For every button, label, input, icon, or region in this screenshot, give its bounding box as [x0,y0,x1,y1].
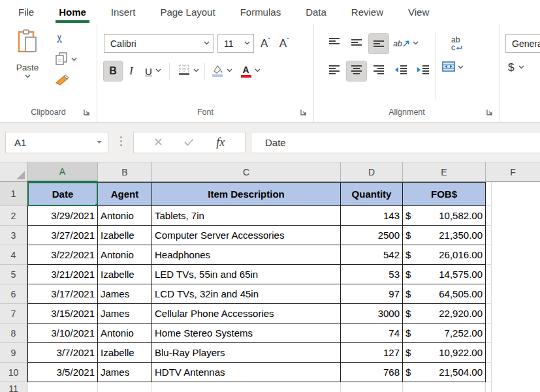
cell-empty[interactable] [486,363,492,382]
cell-empty[interactable] [486,343,492,363]
name-box[interactable]: A1 [5,132,108,153]
row-header-11[interactable]: 11 [0,382,27,392]
formula-bar-input[interactable]: Date [251,132,540,153]
font-size-combo[interactable]: 11 [217,34,254,53]
cell-date[interactable]: 3/10/2021 [27,324,98,343]
underline-button[interactable]: U [140,61,165,81]
column-header-b[interactable]: B [98,162,152,182]
cell-item[interactable]: Home Stereo Systems [152,324,341,343]
cell-quantity[interactable]: 74 [341,324,403,343]
cell-date[interactable]: 3/22/2021 [27,245,98,265]
clipboard-dialog-launcher-icon[interactable] [82,108,91,117]
cell-empty[interactable] [486,206,492,226]
enter-icon[interactable] [184,137,194,149]
borders-button[interactable] [174,61,202,81]
cancel-icon[interactable] [154,137,163,149]
merge-center-button[interactable] [442,61,463,74]
row-header[interactable]: 5 [0,265,27,284]
column-header-c[interactable]: C [152,162,341,182]
fill-color-button[interactable] [207,61,236,81]
font-name-combo[interactable]: Calibri [104,34,214,53]
cell-agent[interactable]: Antonio [98,324,152,343]
cell-item[interactable]: Computer Server Accessories [152,226,341,245]
increase-font-size-button[interactable]: A ˆ [258,37,273,50]
cell-agent[interactable]: James [98,284,152,304]
tab-file[interactable]: File [6,0,46,23]
tab-home[interactable]: Home [46,0,99,23]
number-format-combo[interactable]: General [505,34,540,53]
column-header-a[interactable]: A [27,162,98,182]
cell-e1[interactable]: FOB$ [403,182,486,206]
center-button[interactable] [347,61,366,81]
cell-quantity[interactable]: 2500 [341,226,403,245]
cell-fob[interactable]: $ 10,582.00 [403,206,486,226]
tab-data[interactable]: Data [293,0,339,23]
cell-fob[interactable]: $ 10,922.00 [403,343,486,363]
cell-item[interactable]: LED TVs, 55in and 65in [152,265,341,284]
select-all-button[interactable] [0,162,27,182]
cell-empty[interactable] [486,265,492,284]
copy-button[interactable] [55,52,76,68]
orientation-button[interactable]: ab [391,34,420,53]
cell-fob[interactable]: $ 26,016.00 [403,245,486,265]
wrap-text-button[interactable]: ab c [447,34,467,53]
cell-b1[interactable]: Agent [98,182,152,206]
row-header[interactable]: 10 [0,363,27,382]
format-painter-button[interactable] [55,73,76,90]
cell-fob[interactable]: $ 14,575.00 [403,265,486,284]
cell-date[interactable]: 3/15/2021 [27,304,98,324]
cell-agent[interactable]: Antonio [98,245,152,265]
tab-review[interactable]: Review [339,0,396,23]
cell-quantity[interactable]: 542 [341,245,403,265]
insert-function-button[interactable]: fx [216,136,225,149]
paste-button[interactable]: Paste [7,29,48,98]
cell-empty[interactable] [403,382,486,392]
alignment-dialog-launcher-icon[interactable] [485,108,494,117]
tab-formulas[interactable]: Formulas [228,0,294,23]
cut-button[interactable]: ✂ [55,30,76,47]
cell-empty[interactable] [486,382,492,392]
tab-insert[interactable]: Insert [99,0,148,23]
cell-empty[interactable] [486,226,492,245]
cell-agent[interactable]: Izabelle [98,343,152,363]
fill-handle[interactable] [95,203,98,206]
cell-empty[interactable] [152,382,341,392]
cell-fob[interactable]: $ 64,505.00 [403,284,486,304]
cell-agent[interactable]: Antonio [98,206,152,226]
cell-fob[interactable]: $ 7,252.00 [403,324,486,343]
cell-item[interactable]: Tablets, 7in [152,206,341,226]
tab-view[interactable]: View [396,0,441,23]
italic-button[interactable]: I [122,61,140,81]
column-header-e[interactable]: E [403,162,486,182]
cell-item[interactable]: HDTV Antennas [152,363,341,382]
cell-fob[interactable]: $ 21,504.00 [403,363,486,382]
cell-f1[interactable] [486,182,492,206]
increase-indent-button[interactable] [413,61,433,81]
middle-align-button[interactable] [347,34,366,53]
cell-date[interactable]: 3/27/2021 [27,226,98,245]
row-header-1[interactable]: 1 [0,182,27,206]
cell-a1-selected[interactable]: Date [27,182,98,206]
formula-bar-splitter[interactable] [120,136,122,146]
cell-item[interactable]: Headphones [152,245,341,265]
cell-quantity[interactable]: 127 [341,343,403,363]
cell-quantity[interactable]: 3000 [341,304,403,324]
cell-empty[interactable] [486,304,492,324]
name-box-dropdown-icon[interactable] [96,140,101,145]
bold-button[interactable]: B [104,61,122,81]
bottom-align-button[interactable] [369,34,389,53]
align-left-button[interactable] [325,61,344,81]
accounting-format-button[interactable]: $ [508,61,524,74]
row-header[interactable]: 8 [0,324,27,343]
cell-quantity[interactable]: 97 [341,284,403,304]
decrease-font-size-button[interactable]: A ˇ [277,37,292,50]
cell-empty[interactable] [27,382,98,392]
tab-page-layout[interactable]: Page Layout [148,0,227,23]
cell-quantity[interactable]: 53 [341,265,403,284]
cell-date[interactable]: 3/17/2021 [27,284,98,304]
row-header[interactable]: 9 [0,343,27,363]
cell-c1[interactable]: Item Description [152,182,341,206]
row-header[interactable]: 6 [0,284,27,304]
cell-empty[interactable] [486,284,492,304]
cell-quantity[interactable]: 143 [341,206,403,226]
